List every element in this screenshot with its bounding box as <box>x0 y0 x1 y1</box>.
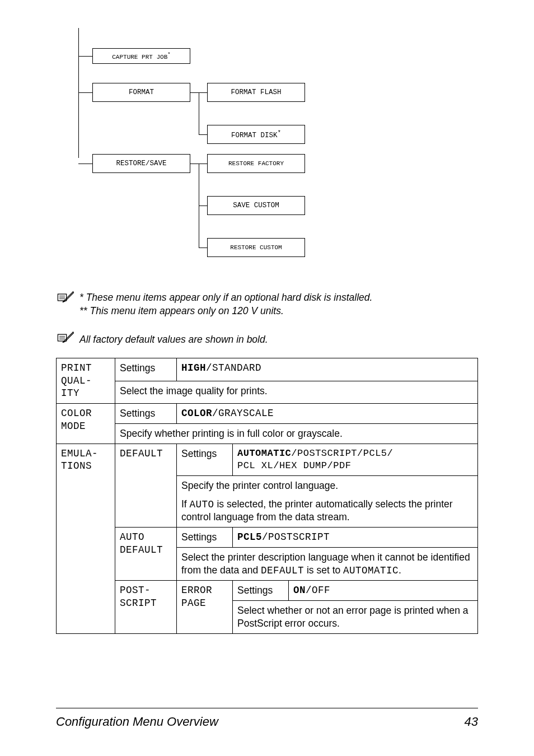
row-color-mode: COLOR MODE <box>57 404 115 444</box>
menu-restore-factory: RESTORE FACTORY <box>207 154 305 173</box>
color-mode-desc: Specify whether printing is in full colo… <box>115 423 478 444</box>
menu-restore-save: RESTORE/SAVE <box>92 154 190 173</box>
emu-error-page: ERRORPAGE <box>177 581 233 633</box>
emu-default-desc: Specify the printer control language. If… <box>177 475 478 527</box>
emu-ps-desc: Select whether or not an error page is p… <box>233 601 478 634</box>
note-hard-disk: * These menu items appear only if an opt… <box>56 291 478 318</box>
emu-default: DEFAULT <box>115 444 177 527</box>
settings-label: Settings <box>115 404 177 424</box>
settings-label: Settings <box>233 581 289 601</box>
menu-tree-diagram: CAPTURE PRT JOB* FORMAT FORMAT FLASH FOR… <box>78 34 478 291</box>
emu-postscript: POST-SCRIPT <box>115 581 177 633</box>
settings-label: Settings <box>177 444 233 475</box>
config-table: PRINT QUAL-ITY Settings HIGH/STANDARD Se… <box>56 358 478 634</box>
emu-auto-default: AUTODEFAULT <box>115 528 177 581</box>
row-emulations: EMULA-TIONS <box>57 444 115 633</box>
menu-restore-custom: RESTORE CUSTOM <box>207 238 305 257</box>
menu-format-disk: FORMAT DISK* <box>207 125 305 144</box>
settings-label: Settings <box>177 528 233 548</box>
note-icon <box>56 332 75 345</box>
menu-save-custom: SAVE CUSTOM <box>207 196 305 215</box>
footer-title: Configuration Menu Overview <box>56 715 218 729</box>
note-icon <box>56 291 75 305</box>
row-print-quality: PRINT QUAL-ITY <box>57 358 115 403</box>
emu-auto-desc: Select the printer description language … <box>177 547 478 581</box>
footer-divider <box>56 708 478 708</box>
settings-label: Settings <box>115 358 177 381</box>
menu-capture-prt-job: CAPTURE PRT JOB* <box>92 48 190 64</box>
menu-format-flash: FORMAT FLASH <box>207 83 305 102</box>
note-factory-defaults: All factory default values are shown in … <box>56 332 478 347</box>
page-number: 43 <box>465 715 478 729</box>
menu-format: FORMAT <box>92 83 190 102</box>
print-quality-desc: Select the image quality for prints. <box>115 381 478 404</box>
